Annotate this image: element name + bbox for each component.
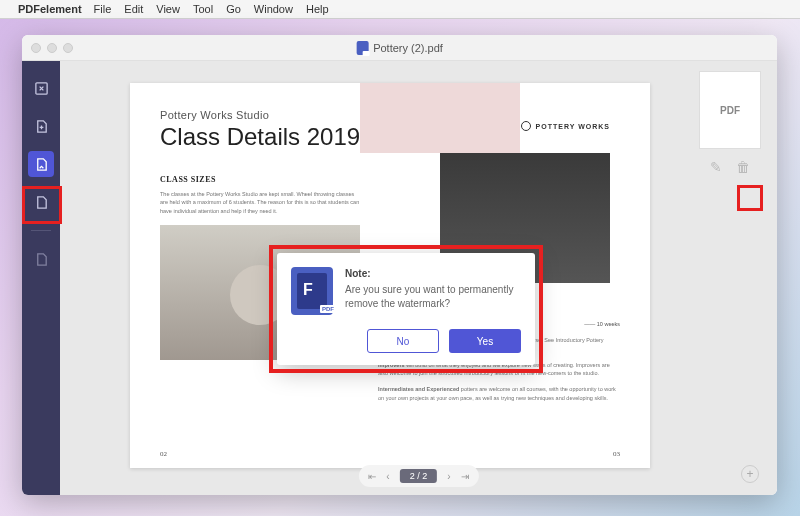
menu-view[interactable]: View	[156, 3, 180, 15]
pdf-file-icon	[356, 41, 368, 55]
confirm-dialog: F Note: Are you sure you want to permane…	[277, 253, 535, 365]
menu-file[interactable]: File	[94, 3, 112, 15]
menu-help[interactable]: Help	[306, 3, 329, 15]
page-indicator[interactable]: 2 / 2	[400, 469, 438, 483]
subtitle: Pottery Works Studio	[160, 109, 620, 121]
window-minimize-icon[interactable]	[47, 43, 57, 53]
page-number-right: 03	[613, 450, 620, 458]
page-navigator: ⇤ ‹ 2 / 2 › ⇥	[358, 465, 478, 487]
window-titlebar: Pottery (2).pdf	[22, 35, 777, 61]
highlight-delete	[737, 185, 763, 211]
delete-watermark-icon[interactable]: 🗑	[736, 159, 750, 175]
sidebar-close-tool[interactable]	[28, 75, 54, 101]
dialog-app-icon: F	[291, 267, 333, 315]
menu-go[interactable]: Go	[226, 3, 241, 15]
page-prev-icon[interactable]: ‹	[386, 471, 389, 482]
document-title: Pottery (2).pdf	[356, 41, 443, 55]
page-number-left: 02	[160, 450, 167, 458]
menu-edit[interactable]: Edit	[124, 3, 143, 15]
section-body-sizes: The classes at the Pottery Works Studio …	[160, 190, 360, 215]
mac-menubar: PDFelement File Edit View Tool Go Window…	[0, 0, 800, 19]
dialog-title: Note:	[345, 267, 521, 281]
yes-button[interactable]: Yes	[449, 329, 521, 353]
no-button[interactable]: No	[367, 329, 439, 353]
sidebar-more-tool[interactable]	[28, 246, 54, 272]
sidebar-divider	[31, 230, 51, 231]
menubar-app-name[interactable]: PDFelement	[18, 3, 82, 15]
section-heading-sizes: CLASS SIZES	[160, 175, 360, 184]
menu-window[interactable]: Window	[254, 3, 293, 15]
document-name: Pottery (2).pdf	[373, 42, 443, 54]
paragraph-intermediates: Intermediates and Experienced potters ar…	[378, 385, 620, 402]
sidebar-watermark[interactable]	[28, 151, 54, 177]
thumbnail-panel: PDF ✎ 🗑	[695, 71, 765, 175]
page-first-icon[interactable]: ⇤	[368, 471, 376, 482]
window-zoom-icon[interactable]	[63, 43, 73, 53]
page-last-icon[interactable]: ⇥	[461, 471, 469, 482]
left-sidebar	[22, 61, 60, 495]
watermark-thumbnail[interactable]: PDF	[699, 71, 761, 149]
menu-tool[interactable]: Tool	[193, 3, 213, 15]
zoom-in-icon[interactable]: +	[741, 465, 759, 483]
edit-watermark-icon[interactable]: ✎	[710, 159, 722, 175]
app-window: Pottery (2).pdf Pottery Works Studio Cla…	[22, 35, 777, 495]
sidebar-page-tool[interactable]	[28, 189, 54, 215]
dialog-message: Are you sure you want to permanently rem…	[345, 284, 513, 309]
page-title: Class Details 2019	[160, 123, 620, 151]
page-next-icon[interactable]: ›	[447, 471, 450, 482]
sidebar-add-page[interactable]	[28, 113, 54, 139]
window-close-icon[interactable]	[31, 43, 41, 53]
